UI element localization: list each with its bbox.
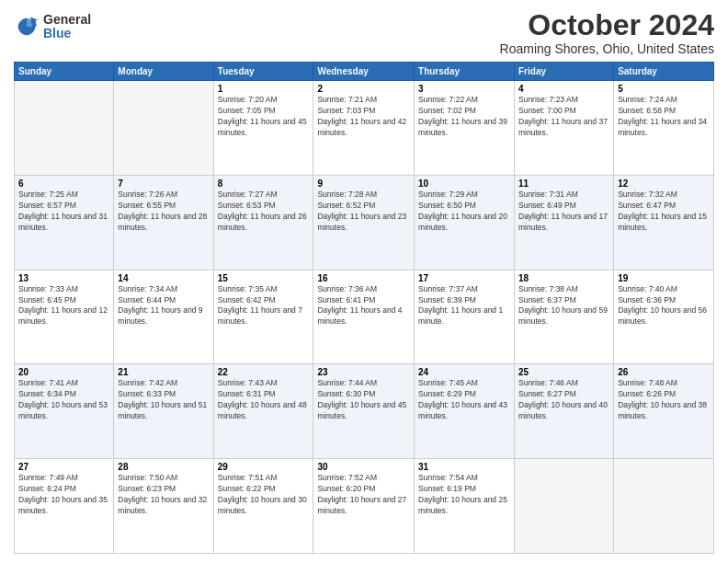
calendar-cell: 29Sunrise: 7:51 AMSunset: 6:22 PMDayligh…: [213, 459, 313, 554]
day-info: Sunrise: 7:23 AMSunset: 7:00 PMDaylight:…: [518, 95, 609, 139]
calendar-cell: [114, 81, 213, 176]
day-info: Sunrise: 7:26 AMSunset: 6:55 PMDaylight:…: [118, 190, 209, 234]
calendar-cell: 22Sunrise: 7:43 AMSunset: 6:31 PMDayligh…: [213, 364, 313, 459]
day-number: 20: [18, 367, 109, 377]
calendar-cell: 16Sunrise: 7:36 AMSunset: 6:41 PMDayligh…: [313, 270, 415, 364]
day-info: Sunrise: 7:42 AMSunset: 6:33 PMDaylight:…: [118, 378, 209, 422]
calendar-week-row: 20Sunrise: 7:41 AMSunset: 6:34 PMDayligh…: [15, 364, 714, 459]
day-number: 2: [317, 84, 410, 94]
month-title: October 2024: [500, 9, 714, 41]
calendar-week-row: 13Sunrise: 7:33 AMSunset: 6:45 PMDayligh…: [15, 270, 714, 364]
day-info: Sunrise: 7:31 AMSunset: 6:49 PMDaylight:…: [518, 190, 609, 234]
day-info: Sunrise: 7:33 AMSunset: 6:45 PMDaylight:…: [18, 284, 109, 328]
day-info: Sunrise: 7:54 AMSunset: 6:19 PMDaylight:…: [418, 473, 510, 517]
calendar-cell: 6Sunrise: 7:25 AMSunset: 6:57 PMDaylight…: [15, 175, 114, 270]
calendar-cell: 27Sunrise: 7:49 AMSunset: 6:24 PMDayligh…: [15, 459, 114, 554]
day-number: 17: [418, 273, 510, 283]
day-info: Sunrise: 7:27 AMSunset: 6:53 PMDaylight:…: [218, 190, 310, 234]
day-number: 23: [317, 367, 410, 377]
day-info: Sunrise: 7:25 AMSunset: 6:57 PMDaylight:…: [18, 190, 109, 234]
day-number: 31: [418, 462, 510, 472]
header: General Blue October 2024 Roaming Shores…: [14, 9, 714, 56]
day-info: Sunrise: 7:35 AMSunset: 6:42 PMDaylight:…: [218, 284, 310, 328]
day-info: Sunrise: 7:21 AMSunset: 7:03 PMDaylight:…: [317, 95, 410, 139]
calendar-day-header: Tuesday: [213, 63, 313, 81]
calendar-cell: 28Sunrise: 7:50 AMSunset: 6:23 PMDayligh…: [114, 459, 213, 554]
day-info: Sunrise: 7:46 AMSunset: 6:27 PMDaylight:…: [518, 378, 609, 422]
day-info: Sunrise: 7:52 AMSunset: 6:20 PMDaylight:…: [317, 473, 410, 517]
calendar-cell: [515, 459, 614, 554]
day-info: Sunrise: 7:43 AMSunset: 6:31 PMDaylight:…: [218, 378, 310, 422]
calendar-cell: 13Sunrise: 7:33 AMSunset: 6:45 PMDayligh…: [15, 270, 114, 364]
day-info: Sunrise: 7:48 AMSunset: 6:26 PMDaylight:…: [618, 378, 710, 422]
calendar-header-row: SundayMondayTuesdayWednesdayThursdayFrid…: [15, 63, 714, 81]
day-info: Sunrise: 7:28 AMSunset: 6:52 PMDaylight:…: [317, 190, 410, 234]
logo-blue-text: Blue: [43, 27, 91, 40]
day-number: 11: [518, 178, 609, 189]
day-number: 15: [218, 273, 310, 283]
calendar-week-row: 1Sunrise: 7:20 AMSunset: 7:05 PMDaylight…: [15, 81, 714, 176]
day-number: 24: [418, 367, 510, 377]
calendar-cell: 21Sunrise: 7:42 AMSunset: 6:33 PMDayligh…: [114, 364, 213, 459]
day-info: Sunrise: 7:49 AMSunset: 6:24 PMDaylight:…: [18, 473, 109, 517]
day-number: 13: [18, 273, 109, 283]
day-number: 18: [518, 273, 609, 283]
day-number: 3: [418, 84, 510, 94]
calendar-cell: 2Sunrise: 7:21 AMSunset: 7:03 PMDaylight…: [313, 81, 415, 176]
day-number: 25: [518, 367, 609, 377]
day-number: 30: [317, 462, 410, 472]
calendar-cell: 7Sunrise: 7:26 AMSunset: 6:55 PMDaylight…: [114, 175, 213, 270]
calendar-cell: 17Sunrise: 7:37 AMSunset: 6:39 PMDayligh…: [415, 270, 515, 364]
calendar-week-row: 27Sunrise: 7:49 AMSunset: 6:24 PMDayligh…: [15, 459, 714, 554]
day-info: Sunrise: 7:37 AMSunset: 6:39 PMDaylight:…: [418, 284, 510, 328]
day-info: Sunrise: 7:38 AMSunset: 6:37 PMDaylight:…: [518, 284, 609, 328]
day-number: 29: [218, 462, 310, 472]
calendar-cell: 3Sunrise: 7:22 AMSunset: 7:02 PMDaylight…: [415, 81, 515, 176]
day-info: Sunrise: 7:34 AMSunset: 6:44 PMDaylight:…: [118, 284, 209, 328]
logo: General Blue: [14, 13, 91, 41]
calendar-cell: 5Sunrise: 7:24 AMSunset: 6:58 PMDaylight…: [614, 81, 714, 176]
day-number: 12: [618, 178, 710, 189]
calendar-cell: 23Sunrise: 7:44 AMSunset: 6:30 PMDayligh…: [313, 364, 415, 459]
calendar-cell: 18Sunrise: 7:38 AMSunset: 6:37 PMDayligh…: [515, 270, 614, 364]
calendar-day-header: Thursday: [415, 63, 515, 81]
calendar-cell: 10Sunrise: 7:29 AMSunset: 6:50 PMDayligh…: [415, 175, 515, 270]
day-number: 5: [618, 84, 710, 94]
day-number: 7: [118, 178, 209, 189]
day-number: 14: [118, 273, 209, 283]
day-info: Sunrise: 7:50 AMSunset: 6:23 PMDaylight:…: [118, 473, 209, 517]
calendar-cell: 19Sunrise: 7:40 AMSunset: 6:36 PMDayligh…: [614, 270, 714, 364]
calendar-cell: 20Sunrise: 7:41 AMSunset: 6:34 PMDayligh…: [15, 364, 114, 459]
calendar-cell: 30Sunrise: 7:52 AMSunset: 6:20 PMDayligh…: [313, 459, 415, 554]
day-number: 8: [218, 178, 310, 189]
calendar-cell: 4Sunrise: 7:23 AMSunset: 7:00 PMDaylight…: [515, 81, 614, 176]
calendar-week-row: 6Sunrise: 7:25 AMSunset: 6:57 PMDaylight…: [15, 175, 714, 270]
calendar-cell: 25Sunrise: 7:46 AMSunset: 6:27 PMDayligh…: [515, 364, 614, 459]
calendar-day-header: Saturday: [614, 63, 714, 81]
calendar-cell: 11Sunrise: 7:31 AMSunset: 6:49 PMDayligh…: [515, 175, 614, 270]
calendar-cell: 15Sunrise: 7:35 AMSunset: 6:42 PMDayligh…: [213, 270, 313, 364]
page: General Blue October 2024 Roaming Shores…: [0, 0, 728, 563]
calendar-cell: [614, 459, 714, 554]
day-info: Sunrise: 7:40 AMSunset: 6:36 PMDaylight:…: [618, 284, 710, 328]
calendar-cell: 24Sunrise: 7:45 AMSunset: 6:29 PMDayligh…: [415, 364, 515, 459]
calendar-table: SundayMondayTuesdayWednesdayThursdayFrid…: [14, 62, 714, 554]
day-info: Sunrise: 7:29 AMSunset: 6:50 PMDaylight:…: [418, 190, 510, 234]
day-info: Sunrise: 7:24 AMSunset: 6:58 PMDaylight:…: [618, 95, 710, 139]
calendar-day-header: Sunday: [15, 63, 114, 81]
day-number: 19: [618, 273, 710, 283]
day-number: 9: [317, 178, 410, 189]
calendar-cell: 1Sunrise: 7:20 AMSunset: 7:05 PMDaylight…: [213, 81, 313, 176]
day-number: 1: [218, 84, 310, 94]
day-info: Sunrise: 7:32 AMSunset: 6:47 PMDaylight:…: [618, 190, 710, 234]
logo-text: General Blue: [43, 13, 91, 41]
logo-icon: [14, 14, 40, 40]
calendar-cell: 12Sunrise: 7:32 AMSunset: 6:47 PMDayligh…: [614, 175, 714, 270]
day-info: Sunrise: 7:41 AMSunset: 6:34 PMDaylight:…: [18, 378, 109, 422]
day-number: 22: [218, 367, 310, 377]
calendar-cell: 26Sunrise: 7:48 AMSunset: 6:26 PMDayligh…: [614, 364, 714, 459]
day-info: Sunrise: 7:22 AMSunset: 7:02 PMDaylight:…: [418, 95, 510, 139]
calendar-day-header: Wednesday: [313, 63, 415, 81]
day-number: 27: [18, 462, 109, 472]
day-info: Sunrise: 7:20 AMSunset: 7:05 PMDaylight:…: [218, 95, 310, 139]
